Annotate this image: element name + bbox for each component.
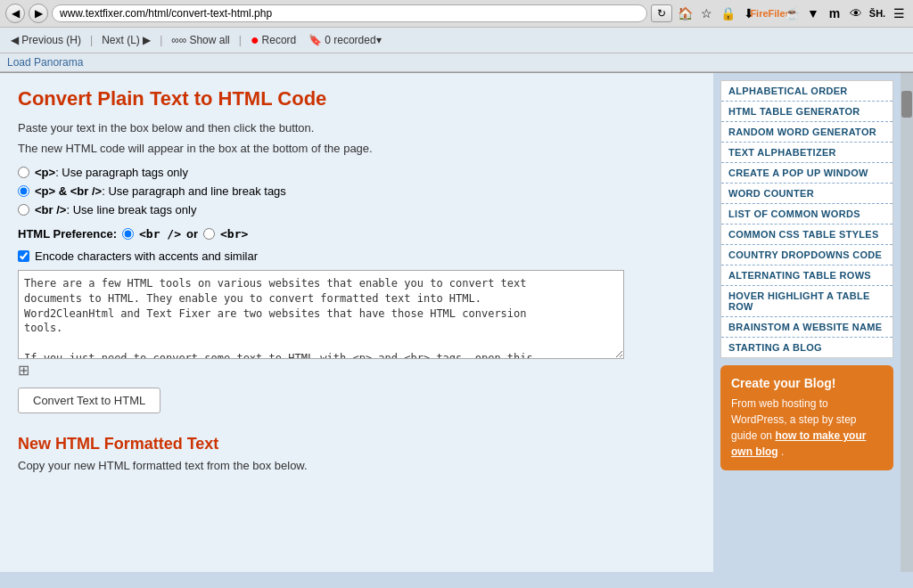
next-label: Next (L) ▶ [102,34,151,46]
forward-button[interactable]: ▶ [29,4,48,23]
scrollbar-thumb[interactable] [901,91,912,118]
html-pref-radio-html[interactable] [203,228,215,240]
encode-checkbox[interactable] [18,250,29,262]
show-all-label: Show all [189,34,229,46]
radio-p-br-input[interactable] [18,185,29,197]
sidebar-link-brainstom[interactable]: BRAINSTOM A WEBSITE NAME [721,317,892,338]
radio-option-p-br[interactable]: <p> & <br />: Use paragraph and line bre… [18,184,695,198]
main-layout: Convert Plain Text to HTML Code Paste yo… [0,73,913,572]
m-icon[interactable]: m [826,4,843,22]
convert-btn-row: Convert Text to HTML [18,379,695,413]
record-dot-icon: ● [251,33,259,47]
lock-icon[interactable]: 🔒 [719,4,736,22]
sidebar-link-css-table[interactable]: COMMON CSS TABLE STYLES [721,225,892,245]
radio-p-input[interactable] [18,167,29,178]
radio-options-group: <p>: Use paragraph tags only <p> & <br /… [18,166,695,216]
home-icon[interactable]: 🏠 [676,4,694,22]
refresh-button[interactable]: ↻ [651,4,672,22]
eye-icon[interactable]: 👁 [847,4,865,22]
page-title: Convert Plain Text to HTML Code [18,87,695,110]
content-area: Convert Plain Text to HTML Code Paste yo… [0,73,713,572]
description-1: Paste your text in the box below and the… [18,121,695,135]
infinity-icon: ∞∞ [171,34,186,46]
recorded-label: 0 recorded▾ [325,34,381,46]
star-icon[interactable]: ☆ [697,4,715,22]
browser-nav-bar: ◀ Previous (H) | Next (L) ▶ | ∞∞ Show al… [0,28,913,53]
back-button[interactable]: ◀ [5,4,25,23]
sidebar: ALPHABETICAL ORDER HTML TABLE GENERATOR … [713,73,901,572]
html-pref-label: HTML Preference: [18,227,117,241]
sidebar-link-common-words[interactable]: LIST OF COMMON WORDS [721,204,892,225]
radio-br-label: <br />: Use line break tags only [35,203,196,216]
previous-label: ◀ Previous (H) [11,34,81,46]
html-preference-row: HTML Preference: <br /> or <br> [18,227,695,241]
sidebar-links-container: ALPHABETICAL ORDER HTML TABLE GENERATOR … [720,80,893,358]
new-formatted-title: New HTML Formatted Text [18,435,695,453]
recorded-icon: 🔖 [308,34,322,46]
description-2: The new HTML code will appear in the box… [18,142,695,155]
record-label: Record [262,34,297,46]
sidebar-link-alternating[interactable]: ALTERNATING TABLE ROWS [721,265,892,286]
dropdown-arrow[interactable]: ▼ [804,4,822,22]
sidebar-link-word-counter[interactable]: WORD COUNTER [721,184,892,204]
radio-p-br-label: <p> & <br />: Use paragraph and line bre… [35,184,286,198]
blog-promo-box: Create your Blog! From web hosting to Wo… [720,365,893,470]
radio-option-p[interactable]: <p>: Use paragraph tags only [18,166,695,179]
url-bar[interactable] [52,4,647,22]
record-button[interactable]: ● Record [247,31,300,49]
show-all-button[interactable]: ∞∞ Show all [168,32,233,48]
next-button[interactable]: Next (L) ▶ [98,32,154,48]
recorded-count[interactable]: 🔖 0 recorded▾ [305,32,384,48]
sidebar-link-table-gen[interactable]: HTML TABLE GENERATOR [721,102,892,122]
previous-button[interactable]: ◀ Previous (H) [7,32,85,48]
encode-row: Encode characters with accents and simil… [18,249,695,263]
load-panorama-link[interactable]: Load Panorama [0,53,913,72]
sidebar-link-blog[interactable]: STARTING A BLOG [721,338,892,357]
radio-br-input[interactable] [18,204,29,216]
text-input[interactable] [18,270,624,359]
html-pref-radio-xhtml[interactable] [122,228,134,240]
copy-text: Copy your new HTML formatted text from t… [18,459,695,472]
radio-p-label: <p>: Use paragraph tags only [35,166,188,179]
resize-handle[interactable]: ⊞ [18,362,695,379]
plugin-icon[interactable]: ŠH. [868,4,886,22]
sidebar-link-popup[interactable]: CREATE A POP UP WINDOW [721,163,892,184]
html-pref-xhtml-label: <br /> [139,227,181,241]
resize-icon: ⊞ [18,363,29,378]
menu-icon[interactable]: ☰ [890,4,908,22]
sidebar-link-alphabetical[interactable]: ALPHABETICAL ORDER [721,81,892,102]
radio-option-br[interactable]: <br />: Use line break tags only [18,203,695,216]
scrollbar[interactable] [901,73,913,572]
html-pref-or: or [186,227,198,241]
sidebar-link-alphabetizer[interactable]: TEXT ALPHABETIZER [721,143,892,163]
blog-text-2: . [781,445,784,458]
blog-promo-title: Create your Blog! [731,376,883,390]
html-pref-html-label: <br> [220,227,248,241]
sidebar-link-country[interactable]: COUNTRY DROPDOWNS CODE [721,245,892,265]
coffee-icon[interactable]: ☕ [783,4,801,22]
browser-chrome: ◀ ▶ ↻ 🏠 ☆ 🔒 ⬇ FireFiles ☕ ▼ m 👁 ŠH. ☰ ◀ … [0,0,913,73]
firefox-icon: FireFiles [761,4,779,22]
blog-promo-text: From web hosting to WordPress, a step by… [731,396,883,460]
browser-toolbar: ◀ ▶ ↻ 🏠 ☆ 🔒 ⬇ FireFiles ☕ ▼ m 👁 ŠH. ☰ [0,0,913,28]
toolbar-icons: 🏠 ☆ 🔒 ⬇ FireFiles ☕ ▼ m 👁 ŠH. ☰ [676,4,908,22]
sidebar-link-random-word[interactable]: RANDOM WORD GENERATOR [721,122,892,143]
sidebar-link-hover[interactable]: HOVER HIGHLIGHT A TABLE ROW [721,286,892,317]
encode-label[interactable]: Encode characters with accents and simil… [35,249,258,263]
convert-button[interactable]: Convert Text to HTML [18,388,160,413]
